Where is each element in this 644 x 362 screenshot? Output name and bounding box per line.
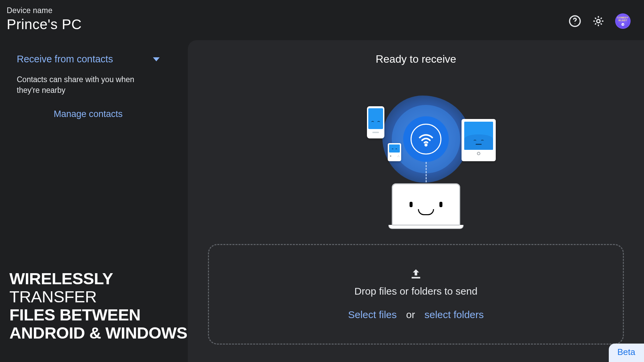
visibility-dropdown[interactable]: Receive from contacts: [17, 54, 161, 65]
avatar-text-line2: BLAST: [619, 19, 627, 22]
promo-line-2: FILES BETWEEN: [9, 306, 188, 324]
laptop-device-icon: [388, 183, 464, 229]
manage-contacts-link[interactable]: Manage contacts: [54, 109, 123, 119]
device-name-block: Device name Prince's PC: [7, 6, 82, 33]
svg-point-1: [575, 23, 575, 24]
promo-line-3: ANDROID & WINDOWS: [9, 324, 188, 342]
devices-illustration: +∴: [349, 85, 483, 220]
promo-line-1: WIRELESSLY TRANSFER: [9, 269, 188, 306]
avatar-text-line1: COMEDY: [617, 16, 629, 19]
select-files-link[interactable]: Select files: [348, 309, 397, 320]
upload-icon: [410, 268, 422, 282]
settings-icon[interactable]: [592, 14, 605, 28]
wifi-icon: [403, 116, 449, 162]
visibility-dropdown-label: Receive from contacts: [17, 54, 113, 65]
help-icon[interactable]: [568, 14, 582, 28]
sidebar: Receive from contacts Contacts can share…: [0, 40, 188, 362]
beta-badge: Beta: [609, 344, 644, 362]
tablet-device-icon: [462, 119, 496, 161]
account-avatar[interactable]: COMEDY BLAST: [615, 13, 631, 29]
main-panel: Ready to receive +∴: [188, 40, 644, 362]
svg-point-3: [425, 144, 427, 146]
phone-device-icon: [367, 106, 384, 138]
select-folders-link[interactable]: select folders: [425, 309, 484, 320]
handheld-device-icon: +∴: [388, 143, 401, 161]
visibility-description: Contacts can share with you when they're…: [17, 74, 151, 96]
avatar-camera-icon: [622, 23, 624, 26]
svg-point-2: [597, 19, 600, 23]
file-drop-zone[interactable]: Drop files or folders to send Select fil…: [208, 244, 624, 345]
receive-status-title: Ready to receive: [188, 53, 644, 65]
header-actions: COMEDY BLAST: [568, 13, 631, 29]
or-separator: or: [406, 309, 415, 320]
drop-zone-text: Drop files or folders to send: [355, 286, 478, 297]
chevron-down-icon: [153, 57, 160, 61]
header: Device name Prince's PC COMEDY BLAST: [0, 0, 644, 40]
device-name-label: Device name: [7, 6, 82, 15]
drop-zone-actions: Select files or select folders: [348, 309, 484, 320]
device-name-value: Prince's PC: [7, 16, 82, 33]
promo-overlay: WIRELESSLY TRANSFER FILES BETWEEN ANDROI…: [9, 269, 188, 342]
